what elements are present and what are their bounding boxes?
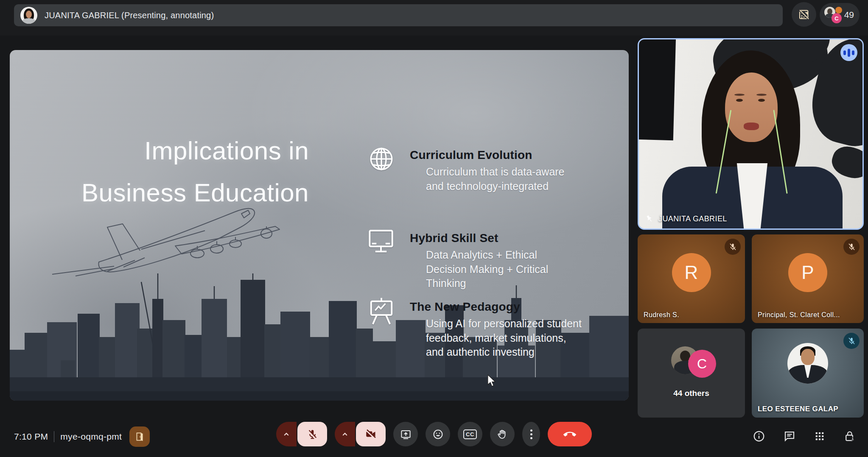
bullet-heading: Hybrid Skill Set (410, 231, 548, 245)
host-controls-button[interactable] (843, 430, 856, 444)
camera-off-icon (365, 428, 377, 440)
participant-tile-rudresh[interactable]: R Rudresh S. (638, 234, 745, 323)
participant-tile-principal[interactable]: P Principal, St. Claret Coll... (752, 234, 864, 323)
info-icon (753, 430, 765, 443)
mic-muted-icon (843, 333, 860, 349)
shared-screen-slide: Implications in Business Education Curri… (10, 50, 629, 401)
slide-title-line1: Implications in (27, 130, 309, 172)
lock-person-icon (843, 430, 856, 443)
chevron-up-icon (282, 429, 291, 439)
present-icon (400, 429, 412, 440)
grid-slash-icon (798, 8, 810, 21)
meeting-room-button[interactable] (129, 426, 150, 447)
mic-control-group (276, 422, 327, 446)
mic-options-button[interactable] (276, 422, 297, 446)
meeting-code: mye-oqmq-pmt (60, 432, 122, 442)
presenter-pill[interactable]: JUANITA GABRIEL (Presenting, annotating) (14, 4, 783, 26)
camera-options-button[interactable] (335, 422, 355, 446)
monitor-icon (367, 228, 395, 291)
chat-icon (783, 430, 796, 443)
avatar (787, 343, 828, 384)
bullet-heading: The New Pedagogy (410, 300, 582, 314)
activities-button[interactable] (814, 430, 826, 444)
camera-control-group (335, 422, 386, 446)
participant-count: 49 (844, 3, 854, 27)
speaking-indicator-icon (840, 44, 857, 61)
raise-hand-button[interactable] (490, 422, 515, 446)
chevron-up-icon (340, 429, 350, 439)
apps-grid-icon (814, 430, 826, 442)
captions-icon: CC (463, 429, 477, 439)
raise-hand-icon (497, 429, 508, 440)
avatar: R (672, 253, 711, 292)
globe-icon (367, 145, 395, 193)
mic-off-icon (307, 429, 318, 440)
others-count-label: 44 others (673, 389, 709, 398)
present-screen-button[interactable] (393, 422, 418, 446)
chat-button[interactable] (783, 430, 796, 444)
top-bar: JUANITA GABRIEL (Presenting, annotating)… (0, 0, 868, 36)
mouse-cursor (486, 375, 497, 387)
smiley-icon (432, 429, 444, 440)
participant-mini-avatar-initial: C (832, 13, 842, 23)
slide-title: Implications in Business Education (27, 130, 309, 214)
participant-tile-leo[interactable]: LEO ESTEENE GALAP (752, 329, 864, 418)
avatar-initial: C (688, 350, 716, 378)
participant-name: JUANITA GABRIEL (658, 215, 727, 223)
clock-time: 7:10 PM (14, 432, 48, 442)
background-panel (638, 38, 676, 140)
bullet-heading: Curriculum Evolution (410, 148, 565, 162)
avatar: P (788, 253, 827, 292)
reactions-button[interactable] (426, 422, 450, 446)
pin-icon (643, 212, 656, 226)
participant-mini-avatar (835, 7, 842, 14)
slide-bullet-pedagogy: The New Pedagogy Using AI for personaliz… (367, 297, 609, 359)
presenter-avatar (20, 7, 37, 24)
slide-bullet-hybrid-skills: Hybrid Skill Set Data Analytics + Ethica… (367, 228, 609, 291)
participants-count-button[interactable]: C 49 (820, 3, 860, 27)
participant-name: LEO ESTEENE GALAP (758, 405, 838, 413)
more-options-button[interactable] (522, 422, 540, 446)
mic-muted-icon (725, 239, 741, 255)
slide-title-line2: Business Education (27, 172, 309, 214)
mic-toggle-button[interactable] (297, 422, 327, 446)
participant-name: Rudresh S. (644, 311, 679, 319)
meeting-details-button[interactable] (753, 430, 765, 444)
end-call-button[interactable] (548, 422, 592, 446)
more-options-icon (530, 429, 532, 439)
door-icon (134, 431, 145, 442)
overflow-participants-tile[interactable]: C 44 others (638, 329, 745, 418)
mic-muted-icon (843, 239, 860, 255)
easel-chart-icon (367, 297, 395, 359)
end-call-icon (563, 428, 576, 440)
captions-button[interactable]: CC (458, 422, 482, 446)
participant-video-juanita[interactable]: JUANITA GABRIEL (638, 38, 864, 230)
annotation-off-button[interactable] (792, 2, 816, 27)
call-toolbar: 7:10 PM mye-oqmq-pmt (0, 420, 868, 457)
participant-name: Principal, St. Claret Coll... (758, 311, 840, 319)
camera-toggle-button[interactable] (356, 422, 386, 446)
presenter-label: JUANITA GABRIEL (Presenting, annotating) (45, 11, 214, 20)
slide-bullet-curriculum: Curriculum Evolution Curriculum that is … (367, 145, 609, 193)
